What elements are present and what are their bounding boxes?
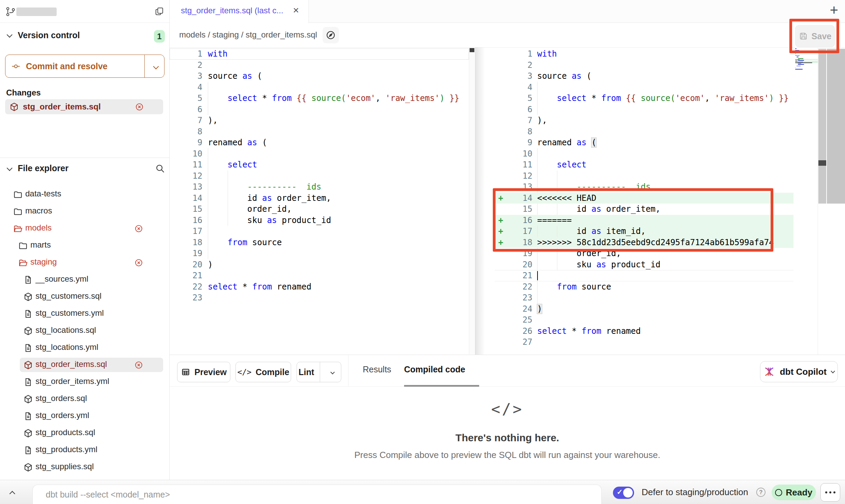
editor-scrollbar[interactable] — [469, 48, 475, 354]
minimap[interactable] — [795, 48, 818, 72]
tree-item-macros[interactable]: macros — [0, 203, 170, 220]
tab-compiled-code[interactable]: Compiled code — [404, 365, 465, 374]
code-line[interactable]: 23 — [495, 292, 793, 303]
code-line[interactable]: 27 — [495, 337, 793, 348]
lint-button[interactable]: Lint — [297, 362, 341, 382]
code-line[interactable]: 18 from source — [170, 237, 469, 248]
code-line[interactable]: 21 — [170, 270, 469, 281]
code-line[interactable]: 14 id as order_item, — [170, 193, 469, 204]
command-input[interactable] — [46, 485, 558, 504]
code-line[interactable]: 2 — [170, 60, 469, 71]
defer-toggle[interactable]: ✓ — [613, 487, 634, 499]
tree-item-stg-order-items-sql[interactable]: stg_order_items.sql — [0, 356, 170, 373]
tree-item-stg-orders-sql[interactable]: stg_orders.sql — [0, 390, 170, 407]
code-line[interactable]: 8 — [170, 126, 469, 137]
code-line[interactable]: 5 select * from {{ source('ecom', 'raw_i… — [170, 93, 469, 104]
right-scrollbar-track[interactable] — [818, 49, 826, 204]
code-line[interactable]: 5 select * from {{ source('ecom', 'raw_i… — [495, 93, 793, 104]
lint-dropdown-button[interactable] — [324, 371, 341, 374]
commit-dropdown-button[interactable] — [154, 64, 158, 70]
dbt-copilot-button[interactable]: dbt Copilot — [760, 361, 838, 382]
code-line[interactable]: 10 — [495, 148, 793, 160]
code-line[interactable]: +14<<<<<<< HEAD — [495, 193, 793, 204]
right-scrollbar-thumb[interactable] — [818, 160, 826, 166]
code-line[interactable]: 20) — [170, 259, 469, 270]
code-line[interactable]: +18>>>>>>> 58c1dd23d5eebd9cd2495fa7124ab… — [495, 237, 793, 248]
new-tab-button[interactable]: + — [830, 2, 838, 18]
tree-item-staging[interactable]: staging — [0, 254, 170, 271]
code-line[interactable]: 17 — [170, 226, 469, 237]
code-line[interactable]: 2 — [495, 60, 793, 71]
model-icon — [23, 292, 33, 302]
code-line[interactable]: 24) — [495, 303, 793, 315]
code-line[interactable]: 15 id as order_item, — [495, 204, 793, 215]
more-options-button[interactable] — [820, 483, 840, 502]
code-line[interactable]: 3source as ( — [170, 71, 469, 82]
code-line[interactable]: 3source as ( — [495, 71, 793, 82]
tree-item-stg-products-sql[interactable]: stg_products.sql — [0, 425, 170, 442]
code-line[interactable]: 13 ---------- ids — [170, 181, 469, 193]
code-line[interactable]: +16======= — [495, 215, 793, 226]
code-line[interactable]: 1with — [495, 48, 793, 60]
tab-results[interactable]: Results — [363, 365, 391, 374]
save-button[interactable]: Save — [795, 25, 835, 47]
editor-pane-current[interactable]: 1with23source as (45 select * from {{ so… — [495, 48, 793, 348]
code-line[interactable]: 26select * from renamed — [495, 326, 793, 337]
copy-icon[interactable] — [154, 6, 164, 16]
compile-button[interactable]: </> Compile — [235, 362, 291, 382]
code-line[interactable]: 8 — [495, 126, 793, 137]
code-line[interactable]: 19 — [170, 248, 469, 259]
tree-item-stg-customers-sql[interactable]: stg_customers.sql — [0, 288, 170, 305]
code-line[interactable]: 7), — [495, 115, 793, 126]
code-line[interactable]: 12 — [495, 171, 793, 182]
code-line[interactable]: 22 from source — [495, 281, 793, 293]
code-line[interactable]: 10 — [170, 148, 469, 160]
tree-item-marts[interactable]: marts — [0, 237, 170, 254]
code-line[interactable]: 16 sku as product_id — [170, 215, 469, 226]
code-line[interactable]: 15 order_id, — [170, 204, 469, 215]
search-icon[interactable] — [155, 163, 165, 174]
code-line[interactable]: 21 — [495, 270, 793, 281]
code-line[interactable]: 4 — [495, 82, 793, 93]
editor-scrollbar-thumb[interactable] — [470, 48, 474, 52]
code-line[interactable]: 11 select — [495, 159, 793, 171]
code-line[interactable]: 7), — [170, 115, 469, 126]
git-branch-icon[interactable] — [5, 6, 16, 17]
code-line[interactable]: 20 sku as product_id — [495, 259, 793, 270]
preview-button[interactable]: Preview — [177, 362, 230, 382]
tab-stg-order-items[interactable]: stg_order_items.sql (last c... × — [170, 0, 309, 23]
code-line[interactable]: 6 — [170, 104, 469, 115]
code-line[interactable]: 11 select — [170, 159, 469, 171]
code-line[interactable]: 9renamed as ( — [170, 137, 469, 148]
code-line[interactable]: 6 — [495, 104, 793, 115]
editor-pane-original[interactable]: 1with23source as (45 select * from {{ so… — [170, 48, 469, 303]
code-line[interactable]: 1with — [170, 48, 469, 60]
tree-item--sources-yml[interactable]: __sources.yml — [0, 271, 170, 288]
commit-and-resolve-button[interactable]: Commit and resolve — [5, 55, 164, 78]
code-line[interactable]: +17 id as item_id, — [495, 226, 793, 237]
code-line[interactable]: 19 order_id, — [495, 248, 793, 259]
changed-file-row[interactable]: stg_order_items.sql — [5, 99, 163, 114]
help-icon[interactable]: ? — [756, 488, 765, 497]
code-line[interactable]: 25 — [495, 314, 793, 326]
code-line[interactable]: 12 — [170, 171, 469, 182]
chevron-down-icon[interactable] — [7, 32, 13, 38]
code-line[interactable]: 22select * from renamed — [170, 281, 469, 293]
tree-item-stg-customers-yml[interactable]: stg_customers.yml — [0, 305, 170, 322]
tree-item-data-tests[interactable]: data-tests — [0, 186, 170, 203]
chevron-down-icon[interactable] — [7, 165, 13, 171]
tree-item-stg-locations-yml[interactable]: stg_locations.yml — [0, 339, 170, 356]
tree-item-stg-orders-yml[interactable]: stg_orders.yml — [0, 407, 170, 425]
tree-item-stg-products-yml[interactable]: stg_products.yml — [0, 442, 170, 459]
tree-item-stg-supplies-sql[interactable]: stg_supplies.sql — [0, 459, 170, 476]
window-scrollbar[interactable] — [827, 49, 845, 204]
tree-item-models[interactable]: models — [0, 220, 170, 237]
code-line[interactable]: 4 — [170, 82, 469, 93]
tree-item-stg-locations-sql[interactable]: stg_locations.sql — [0, 322, 170, 339]
close-icon[interactable]: × — [293, 4, 299, 16]
tree-item-stg-order-items-yml[interactable]: stg_order_items.yml — [0, 373, 170, 390]
code-line[interactable]: 9renamed as ( — [495, 137, 793, 148]
code-line[interactable]: 23 — [170, 292, 469, 303]
lineage-compass-icon[interactable] — [323, 27, 339, 43]
code-line[interactable]: 13 ---------- ids — [495, 181, 793, 193]
